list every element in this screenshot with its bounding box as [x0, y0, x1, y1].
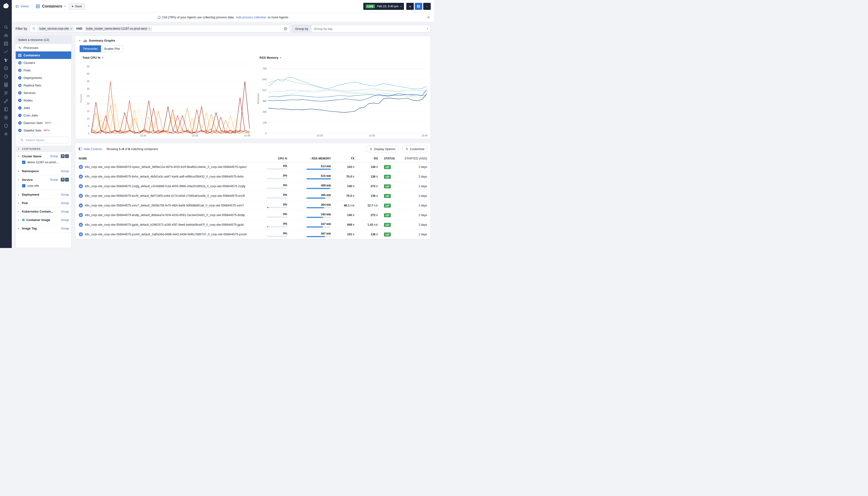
save-label: Save: [75, 4, 82, 8]
fast-forward-button[interactable]: »: [423, 3, 431, 10]
facet-label[interactable]: Service: [22, 178, 33, 182]
customize-button[interactable]: Customize: [403, 145, 427, 152]
group-by-link[interactable]: Group: [61, 193, 69, 196]
clear-filter-icon[interactable]: ×: [284, 27, 287, 31]
time-range-selector[interactable]: LIVE Feb 23, 3:40 pm ▾: [363, 3, 404, 10]
tab-timeseries[interactable]: Timeseries: [80, 45, 101, 52]
facet-label[interactable]: Image Tag: [22, 227, 37, 230]
integrations-icon[interactable]: [3, 82, 9, 87]
sidebar-item-containers[interactable]: Containers: [16, 51, 71, 59]
pause-button[interactable]: [415, 3, 422, 10]
notebooks-icon[interactable]: [3, 107, 9, 112]
chevron-right-icon[interactable]: ▸: [18, 170, 20, 172]
group-by-link[interactable]: Group: [61, 218, 69, 222]
containers-section-header[interactable]: ▾ CONTAINERS: [16, 146, 71, 152]
chevron-right-icon[interactable]: ▸: [18, 193, 20, 196]
chevron-down-icon[interactable]: ▾: [79, 40, 81, 42]
column-header-cpu[interactable]: CPU %: [261, 157, 287, 160]
facet-label[interactable]: Pod: [22, 201, 28, 205]
group-by-select[interactable]: Group by tag ▾: [311, 25, 431, 32]
table-row[interactable]: k8s_corp-site_corp-site-556844575-8vfsr_…: [75, 172, 431, 182]
column-header-tx[interactable]: TX: [331, 157, 354, 160]
sidebar-item-services[interactable]: Services: [16, 89, 71, 96]
settings-gear-icon[interactable]: [3, 131, 9, 137]
hide-controls-link[interactable]: Hide Controls: [79, 147, 102, 151]
add-process-collection-link[interactable]: Add process collection: [236, 16, 266, 19]
table-row[interactable]: k8s_corp-site_corp-site-556844575-krc5f_…: [75, 191, 431, 201]
clear-filter-button[interactable]: ×: [65, 154, 69, 158]
remove-token-icon[interactable]: ×: [149, 27, 150, 31]
page-title-dropdown[interactable]: Containers ▾: [36, 4, 65, 9]
dashboards-icon[interactable]: [3, 41, 9, 46]
logs-icon[interactable]: [3, 90, 9, 95]
table-row[interactable]: k8s_corp-site_corp-site-556844575-jcxmh_…: [75, 230, 431, 239]
chevron-right-icon[interactable]: ▸: [18, 219, 20, 221]
chevron-right-icon[interactable]: ▸: [18, 211, 20, 213]
tab-scatter-plot[interactable]: Scatter Plot: [101, 45, 123, 52]
sidebar-item-daemon-sets[interactable]: Daemon Sets BETA: [16, 119, 71, 127]
column-header-rx[interactable]: RX: [354, 157, 378, 160]
table-row[interactable]: k8s_corp-site_corp-site-556844575-xvrv7_…: [75, 201, 431, 211]
search-icon[interactable]: [3, 25, 9, 30]
facet-label[interactable]: Kubernetes Contain...: [22, 210, 53, 213]
facet-label[interactable]: Namespace: [22, 169, 39, 173]
chevron-right-icon[interactable]: ▸: [18, 202, 20, 204]
metrics-icon[interactable]: [3, 49, 9, 54]
sidebar-item-pods[interactable]: Pods: [16, 66, 71, 74]
display-options-button[interactable]: Display Options: [367, 145, 398, 152]
filter-token[interactable]: kube_cluster_name:demo-11287-us-prod-wes…: [84, 26, 152, 31]
sidebar-item-deployments[interactable]: Deployments: [16, 74, 71, 81]
sidebar-item-cron-jobs[interactable]: Cron Jobs: [16, 111, 71, 119]
sidebar-item-jobs[interactable]: Jobs: [16, 104, 71, 111]
cpu-metric-selector[interactable]: Total CPU % ▾: [79, 56, 250, 62]
filter-funnel-button[interactable]: [61, 178, 65, 182]
facet-label[interactable]: Container Image: [26, 218, 50, 222]
group-by-link[interactable]: Group: [61, 210, 69, 213]
table-row[interactable]: k8s_corp-site_corp-site-556844575-npwcr_…: [75, 162, 431, 172]
network-icon[interactable]: [3, 99, 9, 104]
column-header-rss[interactable]: ↓RSS MEMORY: [287, 157, 331, 160]
monitors-icon[interactable]: [3, 66, 9, 71]
sidebar-item-stateful-sets[interactable]: Stateful Sets BETA: [16, 127, 71, 134]
filter-token[interactable]: kube_service:corp-site×: [37, 26, 74, 31]
group-by-link[interactable]: Group: [50, 155, 58, 158]
save-button[interactable]: + Save: [69, 3, 85, 10]
group-by-link[interactable]: Group: [61, 202, 69, 205]
clear-filter-button[interactable]: ×: [65, 178, 69, 182]
checkbox-checked[interactable]: ✓: [22, 161, 25, 164]
apm-gauge-icon[interactable]: [3, 74, 9, 79]
infrastructure-icon[interactable]: [3, 58, 9, 62]
column-header-started[interactable]: STARTED (AGO): [400, 157, 427, 160]
memory-metric-selector[interactable]: RSS Memory ▾: [256, 56, 427, 62]
chevron-down-icon[interactable]: ▾: [18, 155, 20, 157]
table-row[interactable]: k8s_corp-site_corp-site-556844575-2zqfg_…: [75, 182, 431, 191]
sidebar-item-processes[interactable]: Processes: [16, 44, 71, 51]
group-by-link[interactable]: Group: [61, 227, 69, 230]
search-facets-input[interactable]: [25, 138, 67, 142]
filter-search-input[interactable]: kube_service:corp-site× AND kube_cluster…: [30, 25, 290, 32]
table-row[interactable]: k8s_corp-site_corp-site-556844575-jgcbt_…: [75, 220, 431, 230]
filter-funnel-button[interactable]: [61, 154, 65, 158]
remove-token-icon[interactable]: ×: [70, 27, 72, 31]
datadog-logo[interactable]: [2, 2, 10, 10]
chevron-down-icon[interactable]: ▾: [18, 179, 20, 181]
sidebar-item-nodes[interactable]: Nodes: [16, 96, 71, 104]
checkbox-checked[interactable]: ✓: [22, 184, 25, 187]
watchdog-icon[interactable]: [3, 33, 9, 38]
sidebar-item-clusters[interactable]: Clusters: [16, 59, 71, 66]
chevron-right-icon[interactable]: ▸: [18, 227, 20, 230]
column-header-name[interactable]: NAME: [79, 157, 261, 160]
sidebar-item-replica-sets[interactable]: Replica Sets: [16, 81, 71, 89]
facet-label[interactable]: Deployment: [22, 193, 39, 196]
views-link[interactable]: Views: [16, 4, 29, 8]
close-icon[interactable]: ×: [427, 15, 430, 19]
cpu-value: 0%: [283, 184, 287, 187]
group-by-link[interactable]: Group: [61, 170, 69, 173]
synthetics-icon[interactable]: [3, 115, 9, 120]
rewind-button[interactable]: «: [406, 3, 414, 10]
table-row[interactable]: k8s_corp-site_corp-site-556844575-8ndlp_…: [75, 211, 431, 220]
security-shield-icon[interactable]: [3, 123, 9, 128]
column-header-status[interactable]: STATUS: [378, 157, 400, 160]
facet-label[interactable]: Cluster Name: [22, 155, 42, 158]
group-by-link[interactable]: Group: [50, 178, 58, 181]
